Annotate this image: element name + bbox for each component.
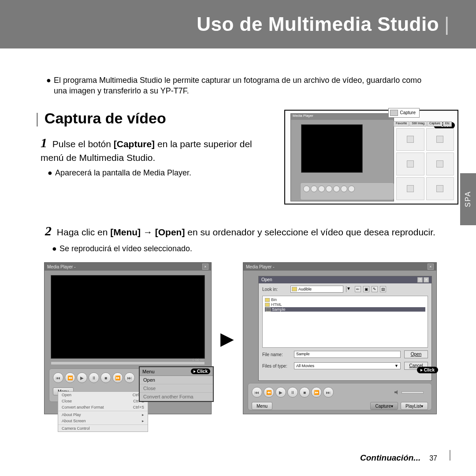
rewind-button[interactable]: ⏪ <box>264 387 274 398</box>
step-1: 1 Pulse el botón [Capture] en la parte s… <box>41 134 276 164</box>
folder-icon <box>292 287 297 291</box>
step1-sub: ●Aparecerá la pantalla de Media Player. <box>48 168 276 178</box>
cursor-icon <box>193 370 196 373</box>
filename-label: File name: <box>262 352 290 357</box>
menu-item-open[interactable]: OpenCtrl+O <box>58 392 148 398</box>
play-button[interactable]: ▶ <box>77 372 87 383</box>
file-item[interactable]: HTML <box>265 302 425 307</box>
mini-tabs: Favorite Still Imag Capture Etc <box>394 121 455 127</box>
dropdown-arrow-icon[interactable]: ▼ <box>346 286 350 292</box>
seek-track[interactable] <box>51 361 205 365</box>
menu-item-close[interactable]: CloseCtrl+Z <box>58 398 148 404</box>
pause-button[interactable]: ⏸ <box>287 387 298 398</box>
close-icon[interactable]: × <box>428 264 434 270</box>
playlist-button[interactable]: PlayList ▾ <box>401 402 428 410</box>
continuation-label: Continuación... <box>360 453 420 463</box>
menu-item-aboutscreen[interactable]: About Screen▸ <box>58 418 148 424</box>
skip-back-button[interactable]: ⏮ <box>53 372 63 383</box>
stop-button[interactable]: ■ <box>100 372 111 383</box>
click-badge: Click <box>417 367 438 373</box>
mini-tab[interactable]: Still Imag <box>409 121 427 126</box>
page-title: Uso de Multimedia Studio <box>197 13 439 35</box>
media-icon <box>436 160 443 167</box>
thumb-cell[interactable] <box>426 152 454 175</box>
menu-item-camera[interactable]: Camera Control <box>58 425 148 431</box>
pause-button[interactable]: ⏸ <box>89 372 99 383</box>
stop-button[interactable]: ■ <box>299 387 310 398</box>
volume-control[interactable] <box>394 387 428 398</box>
mini-rew-button[interactable] <box>311 186 317 192</box>
menu-button[interactable]: Menu <box>252 402 272 410</box>
menu-dropdown: OpenCtrl+O CloseCtrl+Z Convert another F… <box>58 391 148 432</box>
file-list[interactable]: Bin HTML Sample <box>262 296 428 348</box>
menu-item-aboutplay[interactable]: About Play▸ <box>58 412 148 418</box>
callout-open[interactable]: Open <box>140 376 213 384</box>
help-icon[interactable]: ? <box>417 277 423 283</box>
media-icon <box>436 185 443 192</box>
capture-button[interactable]: Capture ▾ <box>370 402 398 410</box>
mini-next-button[interactable] <box>348 186 355 192</box>
control-panel: ⏮ ⏪ ▶ ⏸ ■ ⏩ ⏭ Menu Capture ▾ PlayList ▾ <box>248 383 432 410</box>
section-heading: |Captura de vídeo <box>35 110 276 127</box>
back-icon[interactable]: ⇐ <box>355 286 361 292</box>
dialog-title: Open <box>261 277 272 283</box>
intro-paragraph: ●El programa Multimedia Studio le permit… <box>0 48 476 101</box>
open-file-dialog: Open ?× Look in: Audible ▼ ⇐ ▣ ✎ ▤ Bin <box>258 276 432 381</box>
mini-prev-button[interactable] <box>303 186 310 192</box>
file-item-selected[interactable]: Sample <box>265 307 425 312</box>
lookin-label: Look in: <box>262 287 288 292</box>
open-button[interactable]: Open <box>404 350 428 358</box>
thumb-cell[interactable] <box>396 177 424 200</box>
filetype-label: Files of type: <box>262 364 290 368</box>
view-menu-icon[interactable]: ▤ <box>380 286 386 292</box>
menu-callout: Menu Click Open Close Convert another Fo… <box>139 366 214 402</box>
filetype-select[interactable]: All Movies▼ <box>294 362 401 369</box>
menu-item-convert[interactable]: Convert another FormatCtrl+S <box>58 404 148 410</box>
new-folder-icon[interactable]: ✎ <box>372 286 378 292</box>
up-folder-icon[interactable]: ▣ <box>363 286 369 292</box>
mini-player-title: Media Player <box>291 114 394 120</box>
click-badge: Click <box>191 368 210 374</box>
media-icon <box>407 160 414 167</box>
callout-close[interactable]: Close <box>140 384 213 393</box>
mini-tab[interactable]: Etc <box>443 121 452 126</box>
dialog-close-icon[interactable]: × <box>424 277 429 283</box>
folder-icon <box>265 303 270 307</box>
mini-controls <box>300 182 394 200</box>
mini-tab[interactable]: Favorite <box>394 121 409 126</box>
cursor-icon <box>420 369 423 372</box>
capture-callout: Capture <box>388 108 420 118</box>
capture-icon <box>390 110 398 116</box>
thumb-cell[interactable] <box>426 128 454 151</box>
arrow-right-icon: ▶ <box>220 328 234 349</box>
thumb-cell[interactable] <box>396 128 424 151</box>
lookin-select[interactable]: Audible <box>290 286 343 293</box>
mini-pause-button[interactable] <box>326 186 332 192</box>
speaker-icon <box>394 390 399 394</box>
media-icon <box>407 185 414 192</box>
fastfwd-button[interactable]: ⏩ <box>112 372 123 383</box>
mini-tab[interactable]: Capture <box>427 121 443 126</box>
mini-stop-button[interactable] <box>333 186 340 192</box>
file-item[interactable]: Bin <box>265 298 425 302</box>
callout-convert[interactable]: Convert another Forma <box>140 393 213 401</box>
close-icon[interactable]: × <box>202 264 208 270</box>
thumb-cell[interactable] <box>396 152 424 175</box>
folder-icon <box>265 298 270 302</box>
skip-back-button[interactable]: ⏮ <box>252 387 262 398</box>
rewind-button[interactable]: ⏪ <box>65 372 75 383</box>
mini-fwd-button[interactable] <box>341 186 347 192</box>
skip-fwd-button[interactable]: ⏭ <box>124 372 135 383</box>
step-2: 2 Haga clic en [Menu] → [Open] en su ord… <box>45 222 441 240</box>
skip-fwd-button[interactable]: ⏭ <box>323 387 334 398</box>
filename-input[interactable]: Sample <box>294 351 401 358</box>
mini-video-area <box>301 124 363 173</box>
play-button[interactable]: ▶ <box>275 387 286 398</box>
step-number-2: 2 <box>45 223 52 238</box>
fastfwd-button[interactable]: ⏩ <box>311 387 322 398</box>
file-icon <box>266 308 271 312</box>
page-header: Uso de Multimedia Studio| <box>0 0 476 48</box>
mini-play-button[interactable] <box>318 186 325 192</box>
thumb-cell[interactable] <box>426 177 454 200</box>
titlebar: Media Player - × <box>45 263 211 271</box>
